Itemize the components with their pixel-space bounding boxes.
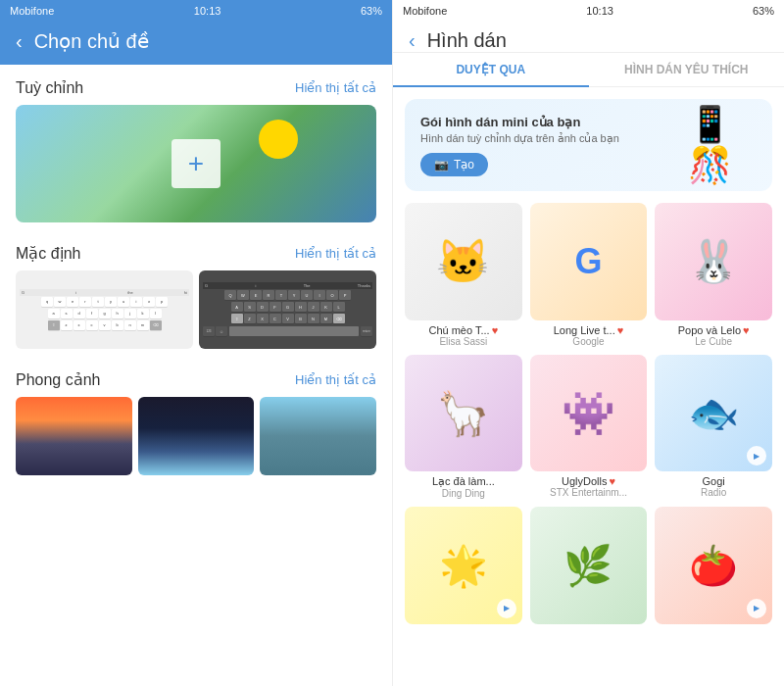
sticker-name-cat: Chú mèo T...♥ <box>428 324 498 336</box>
left-carrier: Mobifone <box>10 5 54 17</box>
tuy-chinh-show-all[interactable]: Hiển thị tất cả <box>295 80 376 95</box>
right-time: 10:13 <box>586 5 613 17</box>
sticker-item-popo[interactable]: 🐰 Popo và Lelo♥ Le Cube <box>655 203 772 347</box>
sticker-box-ugly: 👾 <box>530 355 648 472</box>
section-tuy-chinh-title: Tuỳ chỉnh <box>16 78 83 97</box>
right-carrier: Mobifone <box>403 5 447 17</box>
gogi-emoji: 🐟 <box>688 389 739 437</box>
phong-canh-show-all[interactable]: Hiển thị tất cả <box>295 372 376 387</box>
left-back-button[interactable]: ‹ <box>16 30 23 53</box>
sticker-item-cat[interactable]: 🐱 Chú mèo T...♥ Elisa Sassi <box>405 203 522 347</box>
camera-icon: 📷 <box>434 158 449 172</box>
promo-image: 📱🎊 <box>688 111 757 179</box>
promo-desc: Hình dán tuỳ chỉnh dựa trên ảnh của bạn <box>420 132 678 145</box>
sticker-box-popo: 🐰 <box>655 203 772 320</box>
landscape-1[interactable] <box>16 397 132 475</box>
ugly-emoji: 👾 <box>562 388 615 439</box>
left-title: Chọn chủ đề <box>34 29 149 53</box>
s7-emoji: 🌟 <box>439 543 488 589</box>
sticker-grid: 🐱 Chú mèo T...♥ Elisa Sassi G Long Live … <box>405 203 772 628</box>
sticker-name-camel: Lạc đà làm... <box>432 475 495 488</box>
right-back-button[interactable]: ‹ <box>409 29 416 52</box>
cat-emoji: 🐱 <box>436 236 490 287</box>
tab-browse[interactable]: DUYỆT QUA <box>393 53 589 86</box>
sticker-box-s9: 🍅 ▶ <box>655 507 772 624</box>
tab-favorites[interactable]: HÌNH DÁN YÊU THÍCH <box>589 53 785 86</box>
landscape-3[interactable] <box>260 397 376 475</box>
promo-create-button[interactable]: 📷 Tạo <box>420 153 488 176</box>
section-mac-dinh-header: Mặc định Hiển thị tất cả <box>16 230 376 270</box>
landscape-row <box>16 397 376 475</box>
sticker-item-ugly[interactable]: 👾 UglyDolls♥ STX Entertainm... <box>530 355 648 500</box>
camel-emoji: 🦙 <box>436 388 490 439</box>
keyboard-light[interactable]: Githehi qwertyuiop asdfghjkl ⇧zxcvbnm⌫ <box>16 270 193 349</box>
sticker-box-cat: 🐱 <box>405 203 522 320</box>
landscape-2[interactable] <box>138 397 255 475</box>
right-panel: Mobifone 10:13 63% ‹ Hình dán DUYỆT QUA … <box>392 0 784 686</box>
google-sticker-emoji: G <box>574 241 602 282</box>
keyboard-dark[interactable]: GiTheThanks QWERTYUIOP ASDFGHJKL ⇧ZXCVBN… <box>199 270 376 349</box>
sticker-author-google: Google <box>572 336 604 347</box>
right-title: Hình dán <box>427 29 768 52</box>
s9-play-icon: ▶ <box>747 599 766 618</box>
sticker-item-google[interactable]: G Long Live t...♥ Google <box>530 203 648 347</box>
sticker-box-s8: 🌿 <box>530 507 648 624</box>
keyboard-row: Githehi qwertyuiop asdfghjkl ⇧zxcvbnm⌫ <box>16 270 376 349</box>
sticker-name-popo: Popo và Lelo♥ <box>678 324 750 336</box>
gogi-play-icon: ▶ <box>747 446 766 466</box>
sticker-author-gogi: Radio <box>701 487 726 498</box>
left-battery: 63% <box>361 5 382 17</box>
s7-play-icon: ▶ <box>497 599 516 618</box>
custom-add-box[interactable]: + <box>16 105 376 222</box>
sticker-box-gogi: 🐟 ▶ <box>655 355 772 472</box>
sticker-box-google: G <box>530 203 648 320</box>
right-battery: 63% <box>753 5 774 17</box>
mac-dinh-show-all[interactable]: Hiển thị tất cả <box>295 246 376 261</box>
sticker-item-s9[interactable]: 🍅 ▶ <box>655 507 772 628</box>
sticker-item-s8[interactable]: 🌿 <box>530 507 648 628</box>
left-status-bar: Mobifone 10:13 63% <box>0 0 392 22</box>
sticker-author-popo: Le Cube <box>695 336 732 347</box>
sticker-name-google: Long Live t...♥ <box>554 324 624 336</box>
section-phong-canh-title: Phong cảnh <box>16 370 101 389</box>
promo-banner: Gói hình dán mini của bạn Hình dán tuỳ c… <box>405 99 772 191</box>
left-content: Tuỳ chỉnh Hiển thị tất cả + Mặc định Hiể… <box>0 65 392 686</box>
sticker-name-ugly: UglyDolls♥ <box>562 475 615 487</box>
add-custom-icon[interactable]: + <box>172 139 220 188</box>
s8-emoji: 🌿 <box>564 543 612 589</box>
sticker-item-s7[interactable]: 🌟 ▶ <box>405 507 522 628</box>
sticker-name-gogi: Gogi <box>703 475 725 487</box>
promo-text: Gói hình dán mini của bạn Hình dán tuỳ c… <box>420 115 678 176</box>
sticker-author-camel: Ding Ding <box>442 488 485 499</box>
section-tuy-chinh-header: Tuỳ chỉnh Hiển thị tất cả <box>16 65 376 105</box>
section-mac-dinh-title: Mặc định <box>16 244 80 263</box>
left-panel: Mobifone 10:13 63% ‹ Chọn chủ đề Tuỳ chỉ… <box>0 0 392 686</box>
left-header: ‹ Chọn chủ đề <box>0 22 392 65</box>
left-time: 10:13 <box>194 5 221 17</box>
sticker-author-cat: Elisa Sassi <box>439 336 487 347</box>
popo-emoji: 🐰 <box>688 237 739 285</box>
sticker-box-camel: 🦙 <box>405 355 522 472</box>
promo-title: Gói hình dán mini của bạn <box>420 115 678 129</box>
tabs-row: DUYỆT QUA HÌNH DÁN YÊU THÍCH <box>393 53 784 87</box>
sticker-author-ugly: STX Entertainm... <box>550 487 627 498</box>
sun-decoration <box>259 120 298 159</box>
sticker-item-camel[interactable]: 🦙 Lạc đà làm... Ding Ding <box>405 355 522 500</box>
sticker-item-gogi[interactable]: 🐟 ▶ Gogi Radio <box>655 355 772 500</box>
sticker-box-s7: 🌟 ▶ <box>405 507 522 624</box>
s9-emoji: 🍅 <box>689 543 738 589</box>
right-status-bar: Mobifone 10:13 63% <box>393 0 784 22</box>
section-phong-canh-header: Phong cảnh Hiển thị tất cả <box>16 357 376 397</box>
right-header: ‹ Hình dán <box>393 22 784 53</box>
right-content: Gói hình dán mini của bạn Hình dán tuỳ c… <box>393 87 784 686</box>
